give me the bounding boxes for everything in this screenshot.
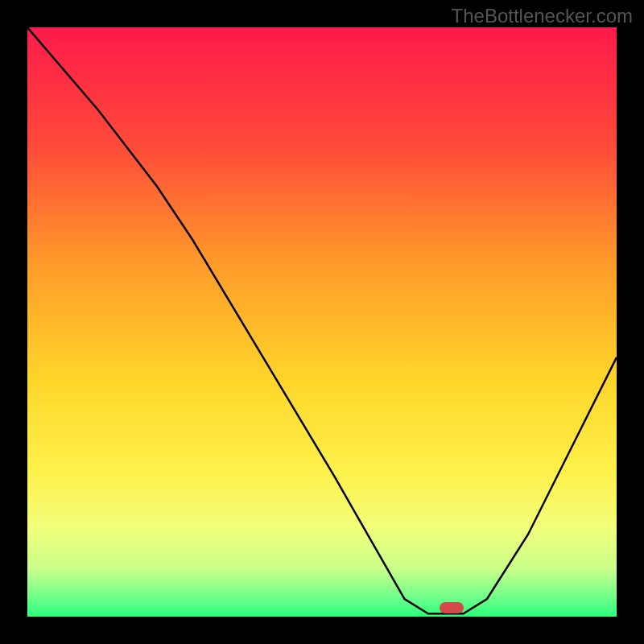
optimal-marker <box>440 602 464 613</box>
chart-container: TheBottlenecker.com <box>0 0 644 644</box>
watermark-text: TheBottlenecker.com <box>452 5 633 27</box>
bottleneck-curve <box>27 27 617 617</box>
plot-area <box>27 27 617 617</box>
